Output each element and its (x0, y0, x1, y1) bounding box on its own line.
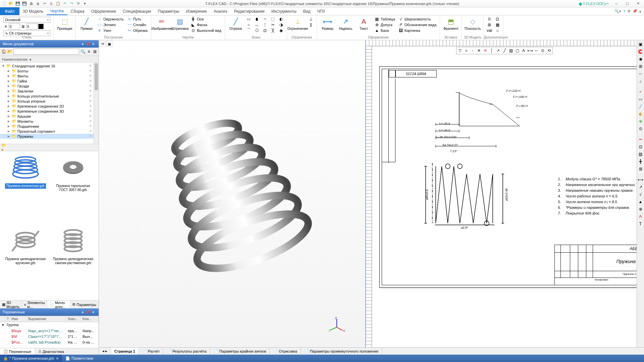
btn-image[interactable]: ✏Изображение (153, 16, 171, 31)
rt-icon[interactable]: ⊞ (637, 63, 644, 70)
vars-drop-icon[interactable]: ▾ (80, 309, 85, 315)
maximize-button[interactable]: ▢ (623, 0, 632, 7)
tab-assembly[interactable]: Сборка (67, 7, 88, 15)
file-tab[interactable]: Файл (0, 7, 19, 15)
tb-icon[interactable]: ╱ (501, 48, 507, 54)
vars-header[interactable]: ? Имя Выражение Знач... Ком... (0, 316, 99, 322)
rt-icon[interactable]: ◐ (637, 111, 644, 117)
thumb-torsion[interactable]: Пружина цилиндрическая кручения.grb (3, 227, 48, 298)
tab-drawing[interactable]: Чертёж (47, 7, 67, 15)
rt-icon[interactable]: ✏ (637, 136, 644, 143)
help-icon[interactable]: ? (623, 9, 625, 13)
tab-edit[interactable]: Редактирование (230, 7, 268, 15)
close-button[interactable]: ✕ (633, 0, 643, 7)
btn-sk-rect[interactable]: ▭ (245, 16, 253, 22)
ptab-nav[interactable]: ◂ ▸ (99, 348, 111, 355)
v3d-view-icon[interactable]: ▣ (106, 41, 112, 47)
tb-icon[interactable]: A (521, 48, 527, 54)
tb-icon[interactable]: ▨ (508, 48, 514, 54)
tree-root[interactable]: ▾📁Стандартные изделия 16👁 (0, 63, 94, 68)
tree-item[interactable]: ▸📁Кольца упорные👁 (0, 99, 94, 104)
btn-table[interactable]: ▦Таблица (373, 16, 396, 22)
btn-x4[interactable]: ⊡ (494, 16, 501, 22)
tb-icon[interactable]: ▢ (514, 48, 520, 54)
btn-trim[interactable]: ✂Обрезка (126, 27, 149, 33)
ptab-edge[interactable]: 📄Параметры крайних витков (210, 348, 270, 355)
btn-picture[interactable]: 🖼Картинка (397, 27, 438, 33)
btn-c2[interactable]: ∥ (307, 22, 315, 27)
tree-item[interactable]: ▸📁Манжеты👁 (0, 119, 94, 124)
tree-item[interactable]: ▸📁Крепежные соединения 2D👁 (0, 104, 94, 109)
doc-tab-welcome[interactable]: 📄Приветствие (62, 355, 97, 362)
btn-node[interactable]: ✛Узел (96, 27, 125, 33)
linetype2-icon[interactable]: ≣ (21, 24, 25, 29)
tree-item[interactable]: ▸📁Заклепки👁 (0, 88, 94, 94)
thumb-disc[interactable]: Пружина тарельчатая ГОСТ 3057-90.grb (50, 154, 96, 225)
btn-tolerance[interactable]: ⊕Допуск (373, 22, 396, 27)
vtab-diag[interactable]: ⚠Диагностика (35, 348, 68, 355)
rt-icon[interactable]: ⟷ (637, 176, 644, 183)
tab-3dmodel[interactable]: 3D Модель (19, 7, 47, 15)
view-3d[interactable]: ⟳ ▣ (99, 40, 366, 347)
color-swatch[interactable] (38, 24, 44, 29)
search-go-icon[interactable]: 🔍 (80, 49, 85, 54)
tree-item[interactable]: ▸📁Гвозди👁 (0, 83, 94, 88)
rt-icon[interactable]: ╋ (637, 158, 644, 165)
tree-item-springs[interactable]: ▸📁Пружины👁 (0, 134, 94, 139)
btn-hatch[interactable]: ▨Штриховка (171, 16, 189, 31)
rt-icon[interactable]: ╱ (637, 103, 644, 110)
tree-collapse-icon[interactable]: ≡ (87, 49, 91, 54)
tb-icon[interactable]: ✕ (482, 48, 488, 54)
btab-docmenu[interactable]: 📄Меню доку... (47, 301, 70, 308)
rt-icon[interactable]: ▲ (637, 198, 644, 205)
btn-sk-11[interactable]: ◑ (277, 22, 285, 27)
rt-icon[interactable]: ⊕ (637, 206, 644, 213)
btn-sk-4[interactable]: ～ (261, 16, 269, 22)
qat-undo-icon[interactable]: ↶ (62, 1, 68, 7)
tab-specs[interactable]: Спецификации (119, 7, 154, 15)
btn-circle[interactable]: ○Окружность (96, 16, 125, 22)
tb-icon[interactable]: ⟷ (527, 48, 533, 54)
rt-icon[interactable]: ↗ (637, 184, 644, 190)
home-icon[interactable]: 🏠 (1, 49, 6, 54)
tb-icon[interactable]: ✕ (476, 48, 482, 54)
thumb-compression[interactable]: Пружина цилиндрическая сжатия-растяжения… (50, 227, 96, 298)
tab-tools[interactable]: Инструменты (268, 7, 300, 15)
qat-new-icon[interactable]: 📄 (1, 1, 7, 7)
linewidth-1[interactable] (9, 23, 20, 29)
view-mode-icon[interactable]: ⊞ (93, 49, 97, 54)
btn-dimension[interactable]: ⟷Размер (319, 16, 336, 31)
tab-view[interactable]: Вид (300, 7, 314, 15)
qat-open-icon[interactable]: 📂 (8, 1, 14, 7)
btn-ellipse[interactable]: ⬭Эллипс (96, 22, 125, 27)
axis-gizmo[interactable]: x y z (328, 317, 345, 334)
btn-sk-9[interactable]: ╳ (269, 27, 277, 33)
preview-opts-icon[interactable]: 📁▾ (1, 145, 6, 150)
qat-saveall-icon[interactable]: 💾 (21, 1, 28, 7)
view-2d[interactable]: ▽▿◦✕✕│↗╱▨▢A⟷↔⊙⟲ 51С2А Ш89А √Ra 6.3(√) (366, 40, 637, 347)
tree-item[interactable]: ▸📁Кольца уплотнительные👁 (0, 94, 94, 99)
qat-drop-icon[interactable]: ▾ (82, 1, 88, 7)
btab-elements[interactable]: ≡Элементы м... (22, 301, 47, 308)
btn-c1[interactable]: ⊥ (307, 16, 315, 22)
layer-combo[interactable]: Основной (3, 17, 50, 23)
pin2-icon[interactable]: 📌 (85, 41, 91, 47)
btab-3dmodel[interactable]: ▦3D Модель (0, 301, 22, 308)
rt-icon[interactable]: ▣ (637, 41, 644, 48)
ptab-results[interactable]: 📄Результаты расчёта (163, 348, 210, 355)
btn-constraint[interactable]: ⟂Ограничение (289, 16, 307, 31)
rt-icon[interactable]: T (637, 221, 644, 227)
tb-icon[interactable]: │ (489, 48, 495, 54)
ptab-page1[interactable]: Страница 1 (111, 348, 139, 355)
btn-line[interactable]: ╱Прямая (78, 16, 95, 31)
ptab-calc[interactable]: 📄Расчёт (139, 348, 163, 355)
tab-measure[interactable]: Измерение (183, 7, 210, 15)
qat-redo-icon[interactable]: ↷ (68, 1, 74, 7)
btn-sk-10[interactable]: ◐ (277, 16, 285, 22)
rt-icon[interactable]: ⟂ (637, 78, 644, 84)
linewidth-2[interactable] (26, 23, 38, 29)
close-tab-icon[interactable]: ✕ (56, 357, 59, 360)
rt-icon[interactable]: ◉ (637, 56, 644, 62)
btn-sk-1[interactable]: ⬮ (253, 16, 261, 22)
btn-annotation[interactable]: ↗Надпись (337, 16, 355, 31)
